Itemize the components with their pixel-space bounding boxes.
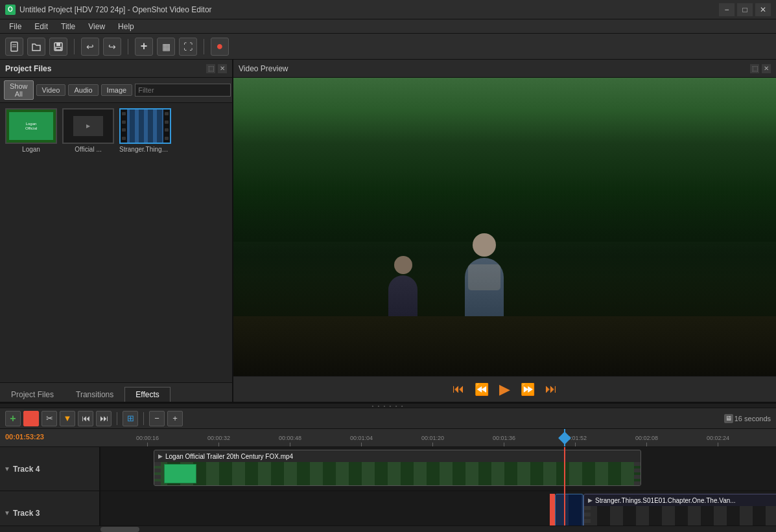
file-label-logan: Logan — [22, 146, 40, 153]
video-canvas — [233, 78, 776, 376]
titlebar: O Untitled Project [HDV 720 24p] - OpenS… — [0, 0, 776, 19]
track-3-header: ▼ Track 3 — [0, 491, 100, 526]
tab-transitions[interactable]: Transitions — [65, 387, 124, 402]
ruler-mark-2: 00:00:32 — [207, 435, 230, 446]
track-row-4: ▼ Track 4 ▶ Logan Official Trailer 20th … — [0, 447, 776, 491]
minimize-button[interactable]: − — [719, 3, 735, 16]
track-3-arrow: ▼ — [4, 509, 10, 516]
toolbar-separator-3 — [204, 39, 204, 54]
panel-controls: ⬚ ✕ — [206, 64, 227, 73]
ruler-marks: 00:00:16 00:00:32 00:00:48 00:01:04 — [100, 429, 776, 446]
transitions-button[interactable]: ▦ — [157, 38, 175, 56]
open-button[interactable] — [27, 38, 45, 56]
clip-logan-thumb — [164, 464, 196, 483]
logan-thumb-text: LoganOfficial — [25, 121, 37, 130]
jump-end-button[interactable]: ⏭ — [96, 411, 112, 426]
app-icon: O — [5, 5, 16, 15]
track-4-clip-logan[interactable]: ▶ Logan Official Trailer 20th Century FO… — [154, 450, 641, 486]
filter-input[interactable] — [135, 84, 231, 97]
top-panels: Project Files ⬚ ✕ Show All Video Audio I… — [0, 60, 776, 403]
snap-button[interactable]: ⊞ — [123, 411, 138, 426]
bottom-tabs: Project Files Transitions Effects — [0, 382, 232, 402]
record-button[interactable]: ● — [211, 38, 229, 56]
track-3-label: Track 3 — [13, 509, 40, 518]
import-button[interactable]: + — [135, 38, 153, 56]
time-code: 00:01:53:23 — [5, 433, 44, 441]
skip-end-button[interactable]: ⏭ — [545, 382, 557, 396]
playhead-line-ruler — [564, 429, 565, 446]
menu-title[interactable]: Title — [54, 21, 82, 32]
track-3-clip-st[interactable]: ▶ Stranger.Things.S01E01.Chapter.One.The… — [583, 494, 776, 526]
transition-marker — [550, 494, 555, 526]
new-button[interactable] — [5, 38, 23, 56]
razor-button[interactable] — [23, 411, 39, 426]
ruler-mark-4: 00:01:04 — [350, 435, 373, 446]
video-preview-title: Video Preview — [239, 64, 288, 73]
filter-audio[interactable]: Audio — [68, 84, 98, 96]
filmstrip-left — [121, 110, 127, 143]
track-3-content: ▶ Stranger.Things.S01E01.Chapter.One.The… — [100, 491, 776, 526]
ruler-mark-5: 00:01:20 — [421, 435, 444, 446]
official-thumb-inner: ▶ — [73, 116, 103, 136]
jump-start-button[interactable]: ⏮ — [78, 411, 93, 426]
file-item-official[interactable]: ▶ Official ... — [62, 108, 114, 153]
filmstrip-right — [163, 110, 170, 143]
fast-forward-button[interactable]: ⏩ — [521, 382, 535, 397]
maximize-button[interactable]: □ — [737, 3, 753, 16]
play-button[interactable]: ▶ — [499, 381, 510, 398]
window-title: Untitled Project [HDV 720 24p] - OpenSho… — [19, 5, 715, 14]
video-panel-expand[interactable]: ⬚ — [750, 64, 759, 73]
video-panel-close[interactable]: ✕ — [762, 64, 771, 73]
timeline-scrollbar[interactable] — [0, 526, 776, 532]
add-track-button[interactable]: + — [5, 411, 21, 426]
files-grid: LoganOfficial Logan ▶ Official ... — [0, 103, 232, 382]
ruler-mark-1: 00:00:16 — [136, 435, 159, 446]
file-item-stranger-things[interactable]: Stranger.Things.... — [119, 108, 171, 153]
fullscreen-button[interactable]: ⛶ — [179, 38, 197, 56]
panel-expand-button[interactable]: ⬚ — [206, 64, 215, 73]
timeline-ruler: 00:01:53:23 00:00:16 00:00:32 00:00:48 — [0, 429, 776, 447]
rewind-button[interactable]: ⏪ — [475, 382, 489, 397]
track-4-content: ▶ Logan Official Trailer 20th Century FO… — [100, 447, 776, 491]
track-3-clip-blue[interactable] — [555, 494, 583, 526]
menu-view[interactable]: View — [82, 21, 112, 32]
project-files-title: Project Files — [5, 64, 51, 73]
menu-help[interactable]: Help — [112, 21, 141, 32]
menu-edit[interactable]: Edit — [28, 21, 54, 32]
tab-project-files[interactable]: Project Files — [0, 387, 65, 402]
clip-st-pip-left — [584, 506, 591, 526]
clip-blue-filmstrip — [556, 494, 583, 526]
main-area: Project Files ⬚ ✕ Show All Video Audio I… — [0, 60, 776, 532]
menubar: File Edit Title View Help — [0, 19, 776, 34]
filter-row: Show All Video Audio Image ⌫ — [0, 78, 232, 103]
undo-button[interactable]: ↩ — [81, 38, 99, 56]
zoom-minus-button[interactable]: − — [149, 411, 165, 426]
filter-video[interactable]: Video — [36, 84, 66, 96]
resize-handle[interactable]: • • • • • • — [0, 403, 776, 408]
filter-image[interactable]: Image — [101, 84, 133, 96]
ruler-mark-3: 00:00:48 — [279, 435, 301, 446]
clip-logan-header: ▶ Logan Official Trailer 20th Century FO… — [154, 450, 641, 462]
clip-logan-filmstrip — [154, 462, 641, 485]
toolbar-separator-2 — [128, 39, 128, 54]
close-button[interactable]: ✕ — [755, 3, 771, 16]
arrow-down-button[interactable]: ▼ — [60, 411, 75, 426]
zoom-plus-button[interactable]: + — [167, 411, 183, 426]
project-files-header: Project Files ⬚ ✕ — [0, 60, 232, 78]
cut-button[interactable]: ✂ — [41, 411, 57, 426]
file-item-logan[interactable]: LoganOfficial Logan — [5, 108, 57, 153]
redo-button[interactable]: ↪ — [103, 38, 121, 56]
panel-close-button[interactable]: ✕ — [218, 64, 227, 73]
save-button[interactable] — [49, 38, 67, 56]
timeline-scrollbar-thumb[interactable] — [100, 527, 139, 532]
menu-file[interactable]: File — [3, 21, 28, 32]
track-4-arrow: ▼ — [4, 465, 10, 472]
clip-logan-title: Logan Official Trailer 20th Century FOX.… — [165, 453, 293, 460]
skip-start-button[interactable]: ⏮ — [453, 382, 464, 396]
tab-effects[interactable]: Effects — [124, 387, 170, 402]
tl-sep-2 — [143, 412, 144, 425]
zoom-icon: 🖥 — [724, 414, 733, 423]
filter-show-all[interactable]: Show All — [4, 80, 34, 100]
left-panel: Project Files ⬚ ✕ Show All Video Audio I… — [0, 60, 233, 402]
video-controls: ⏮ ⏪ ▶ ⏩ ⏭ — [233, 376, 776, 402]
